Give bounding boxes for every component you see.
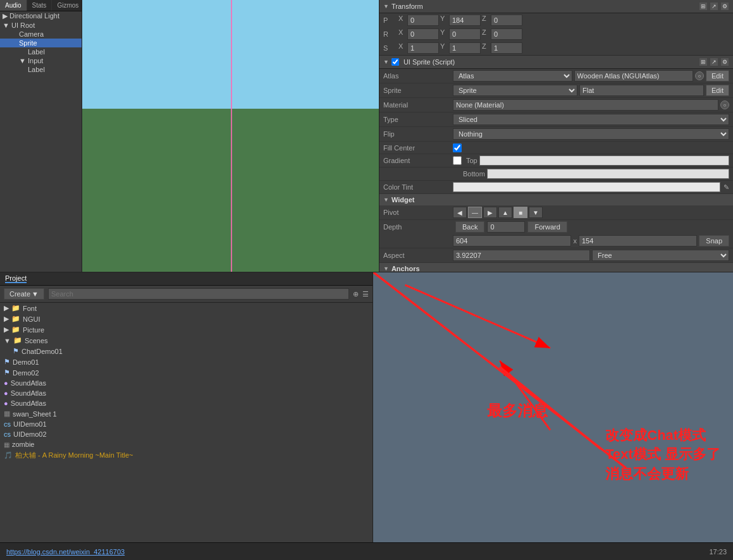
project-panel: Project Create ▼ ⊕ ☰ ▶ 📁 Font ▶	[0, 272, 373, 560]
size-snap-btn[interactable]: Snap	[699, 235, 729, 247]
project-item-demo02[interactable]: ⚑ Demo02	[0, 367, 373, 378]
rot-x-input[interactable]	[407, 28, 439, 40]
pivot-right[interactable]: ▼	[529, 207, 543, 218]
gradient-top-swatch[interactable]	[479, 155, 729, 166]
project-item-demo01[interactable]: ⚑ Demo01	[0, 356, 373, 367]
project-item-swan-label: swan_Sheet 1	[13, 410, 57, 418]
sprite-icon1[interactable]: ⊞	[699, 58, 708, 66]
atlas-field[interactable]	[574, 70, 694, 82]
fill-center-checkbox[interactable]	[453, 143, 462, 152]
project-list: ▶ 📁 Font ▶ 📁 NGUI ▶ 📁 Picture ▼ 📁	[0, 303, 373, 560]
pivot-center[interactable]: ■	[514, 207, 527, 218]
project-item-swan-sheet[interactable]: ▦ swan_Sheet 1	[0, 408, 373, 419]
aspect-mode-dropdown[interactable]: Free	[592, 250, 729, 261]
atlas-type-dropdown[interactable]: Atlas	[453, 70, 572, 82]
transform-icon1[interactable]: ⊞	[699, 2, 708, 11]
depth-value-input[interactable]	[487, 221, 525, 233]
tree-item-label[interactable]: Label	[0, 47, 82, 56]
sprite-edit-btn[interactable]: Edit	[706, 85, 729, 96]
status-url[interactable]: https://blog.csdn.net/weixin_42116703	[6, 548, 125, 556]
type-dropdown[interactable]: Sliced	[453, 114, 729, 125]
project-search-input[interactable]	[48, 288, 349, 300]
project-item-bai-label: 柏大辅 - A Rainy Morning ~Main Title~	[15, 451, 133, 460]
sprite-type-dropdown[interactable]: Sprite	[453, 85, 577, 96]
project-item-soundatlas1[interactable]: ● SoundAtlas	[0, 378, 373, 388]
transform-icon2[interactable]: ↗	[710, 2, 718, 11]
sprite-label: Sprite	[383, 87, 453, 94]
left-tab-row: Audio Stats Gizmos	[0, 0, 82, 11]
project-icon1[interactable]: ⊕	[353, 290, 359, 298]
atlas-edit-btn[interactable]: Edit	[706, 70, 729, 82]
tree-item-sprite[interactable]: Sprite	[0, 39, 82, 47]
material-value: ○	[453, 99, 729, 111]
anchors-section-header[interactable]: ▼ Anchors	[379, 263, 733, 272]
material-select-icon[interactable]: ○	[720, 100, 729, 109]
aspect-field[interactable]	[453, 250, 590, 261]
project-tab[interactable]: Project	[5, 274, 27, 283]
scale-z-input[interactable]	[491, 42, 522, 54]
scene-view	[82, 0, 379, 272]
project-item-zombie[interactable]: ▦ zombie	[0, 439, 373, 449]
transform-icon3[interactable]: ⚙	[720, 2, 729, 11]
depth-forward-btn[interactable]: Forward	[527, 221, 567, 233]
pos-y-input[interactable]	[449, 15, 481, 26]
atlas-label: Atlas	[383, 72, 453, 80]
create-button[interactable]: Create ▼	[4, 288, 44, 300]
project-item-baidaxue[interactable]: 🎵 柏大辅 - A Rainy Morning ~Main Title~	[0, 449, 373, 461]
tab-stats[interactable]: Stats	[27, 0, 52, 11]
project-item-picture[interactable]: ▶ 📁 Picture	[0, 324, 373, 335]
rot-y-input[interactable]	[449, 28, 481, 40]
pivot-left[interactable]: ▲	[498, 207, 512, 218]
size-width-input[interactable]	[453, 235, 571, 247]
atlas-select-icon[interactable]: ○	[695, 71, 704, 80]
pivot-topleft[interactable]: ◀	[453, 207, 467, 218]
sprite-name-field[interactable]	[579, 85, 704, 96]
sprite-icon3[interactable]: ⚙	[720, 58, 729, 66]
tree-item-label2[interactable]: Label	[0, 65, 82, 74]
transform-header: ▼ Transform ⊞ ↗ ⚙	[379, 0, 733, 13]
project-item-scenes[interactable]: ▼ 📁 Scenes	[0, 335, 373, 346]
chat-line3: 消息不会更新	[605, 465, 720, 484]
tree-item-directional-light[interactable]: ▶ Directional Light	[0, 11, 82, 21]
pos-x-input[interactable]	[407, 15, 439, 26]
tree-item-input[interactable]: ▼ Input	[0, 56, 82, 65]
project-item-picture-label: Picture	[23, 326, 44, 334]
gradient-checkbox[interactable]	[453, 156, 462, 165]
sprite-icon2[interactable]: ↗	[710, 58, 718, 66]
project-item-ngui[interactable]: ▶ 📁 NGUI	[0, 313, 373, 324]
flip-dropdown[interactable]: Nothing	[453, 128, 729, 140]
color-tint-swatch[interactable]	[453, 182, 720, 192]
scale-x-input[interactable]	[407, 42, 439, 54]
project-icon2[interactable]: ☰	[362, 290, 369, 298]
rot-z-input[interactable]	[491, 28, 522, 40]
scale-y-input[interactable]	[449, 42, 481, 54]
tree-item-camera[interactable]: Camera	[0, 30, 82, 39]
pivot-label: Pivot	[383, 209, 453, 216]
project-item-chatdemo01[interactable]: ⚑ ChatDemo01	[0, 346, 373, 356]
sprite-enabled-checkbox[interactable]	[391, 58, 399, 66]
project-item-uidemo02[interactable]: cs UIDemo02	[0, 429, 373, 439]
tree-item-ui-root[interactable]: ▼ UI Root	[0, 21, 82, 30]
widget-section-header[interactable]: ▼ Widget	[379, 194, 733, 205]
project-item-uidemo01[interactable]: cs UIDemo01	[0, 419, 373, 429]
project-item-zombie-label: zombie	[12, 441, 34, 448]
project-item-soundatlas2[interactable]: ● SoundAtlas	[0, 388, 373, 398]
red-arrows-svg	[373, 272, 733, 560]
scale-label: S	[383, 44, 396, 52]
annotation-zuoduo: 最多消息	[487, 401, 548, 421]
scale-y-label: Y	[440, 42, 448, 54]
color-tint-pencil-icon[interactable]: ✎	[724, 183, 729, 192]
pivot-top[interactable]: —	[468, 207, 482, 218]
tab-gizmos[interactable]: Gizmos	[52, 0, 84, 11]
tab-audio[interactable]: Audio	[0, 0, 27, 11]
project-item-font[interactable]: ▶ 📁 Font	[0, 303, 373, 313]
project-item-soundatlas3[interactable]: ● SoundAtlas	[0, 398, 373, 408]
depth-back-btn[interactable]: Back	[455, 221, 484, 233]
size-height-input[interactable]	[579, 235, 697, 247]
pivot-topright[interactable]: ▶	[483, 207, 497, 218]
material-field[interactable]	[453, 99, 718, 111]
pos-z-input[interactable]	[491, 15, 522, 26]
gradient-bottom-swatch[interactable]	[487, 169, 729, 179]
folder-icon-scenes: 📁	[13, 336, 22, 344]
project-item-sa1-label: SoundAtlas	[11, 379, 46, 387]
